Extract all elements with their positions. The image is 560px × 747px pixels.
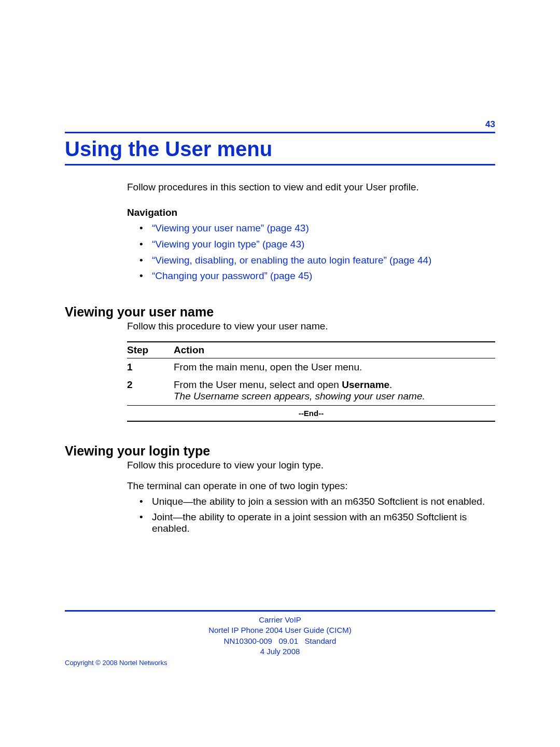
document-page: 43 Using the User menu Follow procedures…	[0, 0, 560, 534]
procedure-table: Step Action 1 From the main menu, open t…	[127, 341, 495, 422]
step-result: The Username screen appears, showing you…	[174, 391, 425, 402]
list-item: Unique—the ability to join a session wit…	[139, 496, 495, 507]
table-row: 2 From the User menu, select and open Us…	[127, 376, 495, 405]
section2-lead: The terminal can operate in one of two l…	[127, 480, 495, 492]
section-heading-viewing-user-name: Viewing your user name	[65, 305, 495, 320]
action-text: .	[389, 379, 392, 390]
table-header-action: Action	[174, 344, 495, 356]
login-type-list: Unique—the ability to join a session wit…	[139, 496, 495, 534]
intro-block: Follow procedures in this section to vie…	[127, 181, 495, 283]
table-header-row: Step Action	[127, 342, 495, 358]
footer-date: 4 July 2008	[65, 646, 495, 657]
nav-link[interactable]: “Viewing, disabling, or enabling the aut…	[139, 254, 495, 267]
title-rule-bottom	[65, 164, 495, 165]
section-heading-viewing-login-type: Viewing your login type	[65, 444, 495, 459]
nav-link[interactable]: “Viewing your login type” (page 43)	[139, 238, 495, 251]
action-bold: Username	[342, 379, 389, 390]
navigation-list: “Viewing your user name” (page 43) “View…	[139, 222, 495, 283]
page-number: 43	[65, 119, 495, 130]
nav-link[interactable]: “Viewing your user name” (page 43)	[139, 222, 495, 235]
step-action: From the User menu, select and open User…	[174, 379, 495, 402]
copyright-text: Copyright © 2008 Nortel Networks	[65, 659, 495, 667]
section2-body: Follow this procedure to view your login…	[127, 460, 495, 534]
footer-doc-number: NN10300-009	[224, 637, 272, 645]
intro-text: Follow procedures in this section to vie…	[127, 181, 495, 194]
step-action: From the main menu, open the User menu.	[174, 362, 495, 373]
title-rule-top	[65, 132, 495, 133]
navigation-label: Navigation	[127, 206, 495, 219]
step-number: 1	[127, 362, 174, 373]
table-row: 1 From the main menu, open the User menu…	[127, 358, 495, 376]
list-item: Joint—the ability to operate in a joint …	[139, 511, 495, 534]
section1-body: Follow this procedure to view your user …	[127, 321, 495, 422]
footer-rule	[65, 610, 495, 612]
page-footer: Carrier VoIP Nortel IP Phone 2004 User G…	[65, 610, 495, 667]
nav-link[interactable]: “Changing your password” (page 45)	[139, 270, 495, 283]
footer-status: Standard	[305, 637, 337, 645]
section1-intro: Follow this procedure to view your user …	[127, 321, 495, 332]
table-header-step: Step	[127, 344, 174, 356]
step-number: 2	[127, 379, 174, 402]
procedure-end-label: --End--	[127, 406, 495, 421]
section2-intro: Follow this procedure to view your login…	[127, 460, 495, 471]
footer-line: NN10300-009 09.01 Standard	[65, 636, 495, 646]
footer-text: Carrier VoIP Nortel IP Phone 2004 User G…	[65, 615, 495, 657]
chapter-title: Using the User menu	[65, 137, 495, 161]
footer-line: Nortel IP Phone 2004 User Guide (CICM)	[65, 625, 495, 635]
footer-version: 09.01	[278, 637, 298, 645]
footer-line: Carrier VoIP	[65, 615, 495, 625]
action-text: From the User menu, select and open	[174, 379, 342, 390]
